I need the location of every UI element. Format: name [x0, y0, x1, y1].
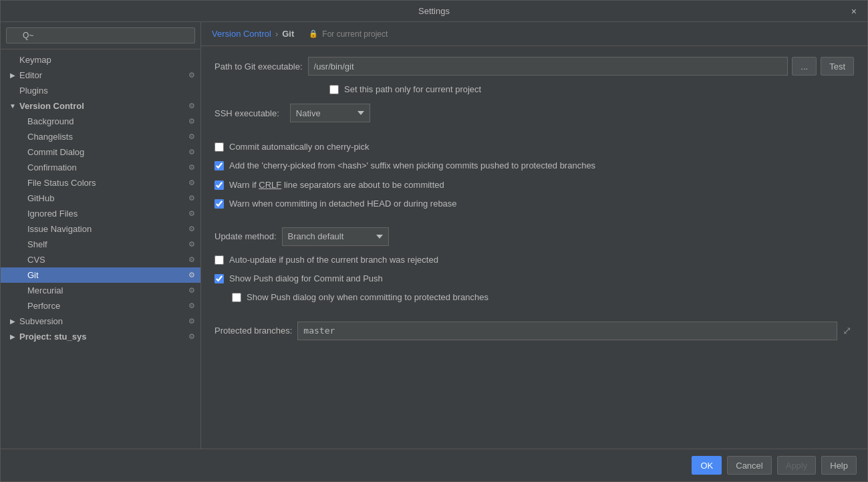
confirmation-settings-icon: ⚙	[188, 163, 195, 172]
divider-1	[214, 130, 854, 136]
sidebar-label-github: GitHub	[27, 193, 54, 203]
sidebar-item-cvs[interactable]: CVS ⚙	[1, 252, 200, 267]
breadcrumb-current: Git	[282, 29, 294, 39]
close-button[interactable]: ×	[847, 5, 861, 18]
sidebar-item-version-control[interactable]: ▼ Version Control ⚙	[1, 98, 200, 114]
version-control-settings-icon: ⚙	[188, 102, 195, 110]
cancel-button[interactable]: Cancel	[727, 456, 771, 475]
help-button[interactable]: Help	[821, 456, 857, 475]
search-box: 🔍	[1, 22, 200, 49]
perforce-settings-icon: ⚙	[188, 302, 195, 310]
divider-3	[214, 311, 854, 316]
sidebar-item-mercurial[interactable]: Mercurial ⚙	[1, 283, 200, 298]
expand-protected-button[interactable]: ⤢	[840, 324, 854, 337]
lock-icon: 🔒	[309, 29, 318, 38]
test-button[interactable]: Test	[821, 57, 854, 76]
show-push-protected-label[interactable]: Show Push dialog only when committing to…	[247, 291, 488, 304]
sidebar-item-commit-dialog[interactable]: Commit Dialog ⚙	[1, 144, 200, 160]
github-settings-icon: ⚙	[188, 194, 195, 203]
sidebar-label-version-control: Version Control	[19, 101, 84, 111]
auto-update-checkbox[interactable]	[214, 255, 224, 265]
sidebar-item-issue-navigation[interactable]: Issue Navigation ⚙	[1, 221, 200, 237]
sidebar-item-editor[interactable]: ▶ Editor ⚙	[1, 68, 200, 83]
detached-head-label[interactable]: Warn when committing in detached HEAD or…	[229, 198, 457, 210]
update-method-dropdown[interactable]: Branch default Merge Rebase	[282, 227, 389, 246]
show-push-checkbox[interactable]	[214, 274, 224, 283]
path-input[interactable]	[308, 57, 788, 76]
browse-button[interactable]: ...	[792, 57, 817, 76]
protected-branches-input[interactable]	[297, 322, 837, 340]
breadcrumb-bar: Version Control › Git 🔒 For current proj…	[201, 22, 867, 46]
sidebar-label-mercurial: Mercurial	[27, 285, 63, 295]
cherry-pick-checkbox[interactable]	[214, 161, 224, 170]
sidebar-item-keymap[interactable]: Keymap	[1, 52, 200, 68]
path-row: Path to Git executable: ... Test	[214, 57, 854, 76]
sidebar-item-changelists[interactable]: Changelists ⚙	[1, 129, 200, 144]
set-path-label[interactable]: Set this path only for current project	[344, 84, 481, 96]
sidebar-label-issue-navigation: Issue Navigation	[27, 224, 92, 234]
arrow-subversion: ▶	[9, 318, 17, 325]
breadcrumb-parent[interactable]: Version Control	[212, 29, 271, 39]
settings-dialog: Settings × 🔍 Keymap ▶ Editor	[0, 0, 868, 482]
ssh-dropdown[interactable]: Native Built-in OpenSSH	[290, 104, 370, 122]
breadcrumb-separator: ›	[275, 29, 278, 39]
commit-auto-label[interactable]: Commit automatically on cherry-pick	[229, 141, 370, 153]
sidebar-item-confirmation[interactable]: Confirmation ⚙	[1, 160, 200, 175]
sidebar-label-shelf: Shelf	[27, 239, 47, 249]
detached-head-checkbox[interactable]	[214, 199, 224, 209]
sidebar-item-subversion[interactable]: ▶ Subversion ⚙	[1, 314, 200, 329]
arrow-project: ▶	[9, 333, 17, 340]
protected-branches-label: Protected branches:	[214, 326, 292, 336]
subversion-settings-icon: ⚙	[188, 317, 195, 326]
issue-navigation-settings-icon: ⚙	[188, 225, 195, 233]
show-push-label[interactable]: Show Push dialog for Commit and Push	[229, 273, 383, 285]
cherry-pick-row: Add the 'cherry-picked from <hash>' suff…	[214, 160, 854, 172]
sidebar-list: Keymap ▶ Editor ⚙ Plugins ▼ Version Cont…	[1, 49, 200, 449]
search-wrap: 🔍	[6, 27, 195, 43]
sidebar-item-file-status-colors[interactable]: File Status Colors ⚙	[1, 175, 200, 191]
panel-content: Path to Git executable: ... Test Set thi…	[201, 46, 867, 449]
git-settings-icon: ⚙	[188, 271, 195, 279]
sidebar-item-plugins[interactable]: Plugins	[1, 83, 200, 98]
path-controls: ... Test	[308, 57, 854, 76]
cherry-pick-label[interactable]: Add the 'cherry-picked from <hash>' suff…	[229, 160, 595, 172]
set-path-checkbox[interactable]	[329, 85, 339, 94]
apply-button[interactable]: Apply	[777, 456, 817, 475]
detached-head-row: Warn when committing in detached HEAD or…	[214, 198, 854, 210]
sidebar-item-github[interactable]: GitHub ⚙	[1, 191, 200, 206]
update-method-row: Update method: Branch default Merge Reba…	[214, 227, 854, 246]
commit-auto-checkbox[interactable]	[214, 142, 224, 152]
sidebar-item-shelf[interactable]: Shelf ⚙	[1, 237, 200, 252]
sidebar-label-confirmation: Confirmation	[27, 162, 77, 172]
sidebar-item-git[interactable]: Git ⚙	[1, 267, 200, 283]
arrow-editor: ▶	[9, 72, 17, 79]
crlf-checkbox[interactable]	[214, 180, 224, 190]
shelf-settings-icon: ⚙	[188, 240, 195, 249]
sidebar-label-perforce: Perforce	[27, 301, 60, 311]
ok-button[interactable]: OK	[692, 456, 722, 475]
title-bar: Settings ×	[1, 1, 867, 22]
sidebar-label-background: Background	[27, 116, 74, 126]
arrow-version-control: ▼	[9, 102, 17, 110]
auto-update-label[interactable]: Auto-update if push of the current branc…	[229, 254, 438, 266]
commit-dialog-settings-icon: ⚙	[188, 148, 195, 156]
sidebar-item-project[interactable]: ▶ Project: stu_sys ⚙	[1, 329, 200, 344]
ssh-label: SSH executable:	[214, 108, 279, 118]
sidebar-label-editor: Editor	[19, 70, 42, 80]
editor-settings-icon: ⚙	[188, 71, 195, 80]
sidebar-label-file-status-colors: File Status Colors	[27, 178, 96, 188]
crlf-row: Warn if CRLF line separators are about t…	[214, 179, 854, 191]
search-input[interactable]	[6, 27, 195, 43]
update-method-label: Update method:	[214, 231, 277, 241]
sidebar-label-commit-dialog: Commit Dialog	[27, 147, 84, 157]
sidebar-item-perforce[interactable]: Perforce ⚙	[1, 298, 200, 314]
divider-2	[214, 217, 854, 222]
sidebar-item-ignored-files[interactable]: Ignored Files ⚙	[1, 206, 200, 221]
sidebar-item-background[interactable]: Background ⚙	[1, 114, 200, 129]
show-push-protected-checkbox[interactable]	[232, 293, 241, 302]
protected-branches-row: Protected branches: ⤢	[214, 322, 854, 340]
commit-auto-row: Commit automatically on cherry-pick	[214, 141, 854, 153]
crlf-label[interactable]: Warn if CRLF line separators are about t…	[229, 179, 444, 191]
mercurial-settings-icon: ⚙	[188, 286, 195, 295]
sidebar: 🔍 Keymap ▶ Editor ⚙	[1, 22, 201, 449]
